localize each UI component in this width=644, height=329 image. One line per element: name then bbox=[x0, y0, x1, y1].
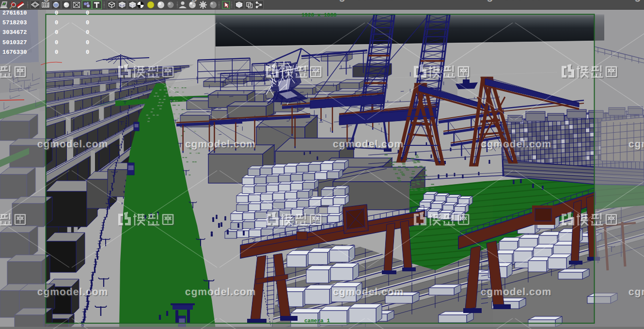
svg-text:cgmodel.com: cgmodel.com bbox=[37, 0, 108, 2]
svg-text:5010327: 5010327 bbox=[2, 39, 27, 46]
svg-text:cgmodel.com: cgmodel.com bbox=[481, 139, 551, 150]
svg-text:cgmodel.com: cgmodel.com bbox=[185, 0, 256, 2]
svg-text:0: 0 bbox=[86, 39, 89, 46]
svg-text:cgmodel.com: cgmodel.com bbox=[628, 139, 644, 150]
svg-text:cgmodel.com: cgmodel.com bbox=[37, 139, 108, 150]
svg-text:camera 1: camera 1 bbox=[304, 318, 330, 324]
svg-text:1920 x 1080: 1920 x 1080 bbox=[301, 13, 337, 18]
svg-text:0: 0 bbox=[55, 19, 58, 26]
svg-text:cgmodel.com: cgmodel.com bbox=[481, 0, 551, 2]
svg-text:2761610: 2761610 bbox=[2, 10, 27, 16]
svg-text:cgmodel.com: cgmodel.com bbox=[481, 286, 551, 298]
svg-text:0: 0 bbox=[55, 49, 58, 56]
svg-text:cgmodel.com: cgmodel.com bbox=[628, 0, 644, 2]
svg-text:5718203: 5718203 bbox=[2, 19, 27, 26]
svg-text:cgmodel.com: cgmodel.com bbox=[333, 0, 404, 2]
svg-text:0: 0 bbox=[86, 19, 89, 26]
svg-text:cgmodel.com: cgmodel.com bbox=[185, 286, 256, 298]
svg-text:0: 0 bbox=[86, 49, 89, 56]
svg-text:cgmodel.com: cgmodel.com bbox=[333, 139, 404, 150]
svg-text:cgmodel.com: cgmodel.com bbox=[628, 286, 644, 298]
svg-text:cgmodel.com: cgmodel.com bbox=[185, 139, 256, 150]
svg-text:0: 0 bbox=[86, 10, 89, 16]
svg-text:0: 0 bbox=[55, 39, 58, 46]
svg-text:3034672: 3034672 bbox=[2, 29, 27, 36]
svg-text:cgmodel.com: cgmodel.com bbox=[333, 286, 404, 298]
svg-text:1676330: 1676330 bbox=[2, 49, 27, 56]
svg-text:0: 0 bbox=[55, 10, 58, 16]
svg-text:cgmodel.com: cgmodel.com bbox=[37, 286, 108, 298]
